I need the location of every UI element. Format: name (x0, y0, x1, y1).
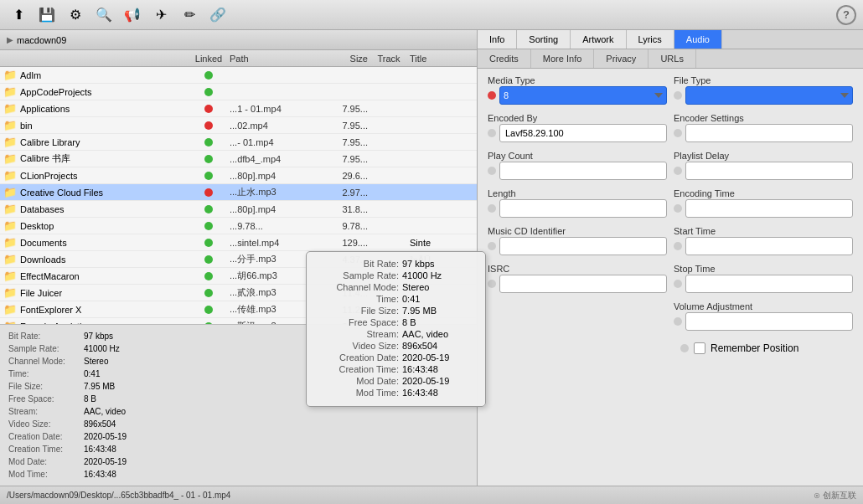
encoder-settings-input[interactable] (685, 124, 853, 142)
list-item[interactable]: 📁 Calibre 书库 ...dfb4_.mp4 7.95... (0, 151, 477, 167)
remember-checkbox[interactable] (694, 342, 705, 354)
zoom-button[interactable]: 🔍 (92, 3, 116, 27)
start-time-indicator (674, 242, 682, 250)
ib-creation-time: 16:43:48 (402, 364, 438, 374)
help-button[interactable]: ? (836, 5, 856, 25)
tab-info[interactable]: Info (478, 30, 517, 49)
list-item[interactable]: 📁 CLionProjects ...80p].mp4 29.6... (0, 167, 477, 184)
breadcrumb-arrow: ▶ (7, 35, 13, 44)
back-button[interactable]: ⬆ (7, 3, 30, 27)
file-linked (188, 289, 230, 297)
file-type-select[interactable] (685, 86, 853, 105)
green-dot (204, 138, 213, 147)
length-input[interactable] (499, 199, 667, 218)
file-linked (188, 188, 230, 197)
tab-more-info[interactable]: More Info (531, 49, 594, 68)
col-title-header[interactable]: Title (410, 54, 460, 64)
encoded-by-input[interactable] (499, 124, 667, 142)
si-channel-label: Channel Mode: (8, 355, 84, 368)
file-name: Calibre 书库 (20, 152, 188, 165)
volume-adj-input[interactable] (685, 312, 853, 331)
audio-button[interactable]: 📢 (121, 3, 144, 27)
music-cd-label: Music CD Identifier (488, 226, 667, 236)
ib-mod-date: 2020-05-19 (402, 376, 449, 386)
list-item[interactable]: 📁 bin ...02.mp4 7.95... (0, 117, 477, 134)
list-item[interactable]: 📁 Calibre Library ...- 01.mp4 7.95... (0, 134, 477, 151)
col-size-header[interactable]: Size (322, 54, 368, 64)
col-path-header[interactable]: Path (230, 54, 322, 64)
file-name: Databases (20, 204, 188, 214)
link-button[interactable]: 🔗 (206, 3, 230, 27)
tab-urls[interactable]: URLs (649, 49, 696, 68)
green-dot (204, 306, 213, 314)
file-name: FontExplorer X (20, 305, 188, 315)
encoding-time-input[interactable] (685, 199, 853, 218)
stop-time-input[interactable] (685, 275, 853, 293)
tab-lyrics[interactable]: Lyrics (627, 30, 674, 49)
list-item[interactable]: 📁 Databases ...80p].mp4 31.8... (0, 201, 477, 218)
folder-icon: 📁 (3, 136, 17, 149)
form-right-col: File Type Encoder Settings (670, 75, 856, 479)
start-time-input[interactable] (685, 237, 853, 255)
tab-privacy[interactable]: Privacy (594, 49, 649, 68)
stop-time-group: Stop Time (674, 264, 853, 293)
isrc-input[interactable] (499, 275, 667, 293)
file-path: ...- 01.mp4 (230, 137, 322, 147)
list-item[interactable]: 📁 Desktop ...9.78... 9.78... (0, 218, 477, 234)
ib-channel-label: Channel Mode: (315, 282, 399, 292)
green-dot (204, 172, 213, 180)
form-area: Media Type 8 Encoded By (478, 69, 863, 486)
file-path: ...1 - 01.mp4 (230, 104, 322, 114)
list-item[interactable]: 📁 Applications ...1 - 01.mp4 7.95... (0, 100, 477, 117)
ib-sample-rate: 41000 Hz (402, 270, 442, 280)
tab-sorting[interactable]: Sorting (517, 30, 571, 49)
green-dot (204, 155, 213, 163)
si-mod-date-label: Mod Date: (8, 455, 84, 468)
folder-icon: 📁 (3, 303, 17, 316)
column-headers: Linked Path Size Track Title (0, 50, 477, 67)
list-item[interactable]: 📁 Documents ...sintel.mp4 129.... Sinte (0, 234, 477, 251)
si-videosize-label: Video Size: (8, 418, 84, 430)
file-name: Calibre Library (20, 137, 188, 147)
file-linked (188, 105, 230, 113)
tab-artwork[interactable]: Artwork (571, 30, 626, 49)
file-size: 2.97... (322, 188, 368, 198)
play-count-input[interactable] (499, 162, 667, 180)
right-panel: Info Sorting Artwork Lyrics Audio Credit… (478, 30, 863, 486)
watermark: ⊙ 创新互联 (814, 490, 856, 501)
playlist-delay-input[interactable] (685, 162, 853, 180)
si-time-label: Time: (8, 368, 84, 380)
si-filesize-label: File Size: (8, 380, 84, 393)
edit-button[interactable]: ✏ (178, 3, 201, 27)
file-name: AppCodeProjects (20, 87, 188, 97)
file-size: 9.78... (322, 221, 368, 231)
file-size: 29.6... (322, 171, 368, 181)
col-linked-header[interactable]: Linked (188, 54, 230, 64)
ib-filesize: 7.95 MB (402, 306, 437, 316)
tab-audio[interactable]: Audio (674, 30, 722, 49)
remember-indicator (680, 344, 689, 352)
list-item[interactable]: 📁 Adlm (0, 67, 477, 84)
share-button[interactable]: ✈ (149, 3, 173, 27)
music-cd-input[interactable] (499, 237, 667, 255)
file-name: Desktop (20, 221, 188, 231)
list-item[interactable]: 📁 Creative Cloud Files ...止水.mp3 2.97... (0, 184, 477, 201)
encoded-by-group: Encoded By (488, 113, 667, 142)
si-sample-rate-label: Sample Rate: (8, 342, 84, 355)
tab-credits[interactable]: Credits (478, 49, 531, 68)
playlist-delay-indicator (674, 167, 682, 175)
ib-stream: AAC, video (402, 329, 448, 339)
green-dot (204, 222, 213, 230)
si-stream-label: Stream: (8, 405, 84, 418)
length-label: Length (488, 188, 667, 198)
file-path: ...9.78... (230, 221, 322, 231)
file-linked (188, 272, 230, 280)
col-track-header[interactable]: Track (368, 54, 410, 64)
save-button[interactable]: 💾 (35, 3, 59, 27)
list-item[interactable]: 📁 AppCodeProjects (0, 84, 477, 100)
si-sample-rate: 41000 Hz (84, 342, 120, 355)
media-type-select[interactable]: 8 (499, 86, 667, 105)
file-name: Documents (20, 238, 188, 248)
settings-button[interactable]: ⚙ (64, 3, 87, 27)
file-type-group: File Type (674, 75, 853, 105)
